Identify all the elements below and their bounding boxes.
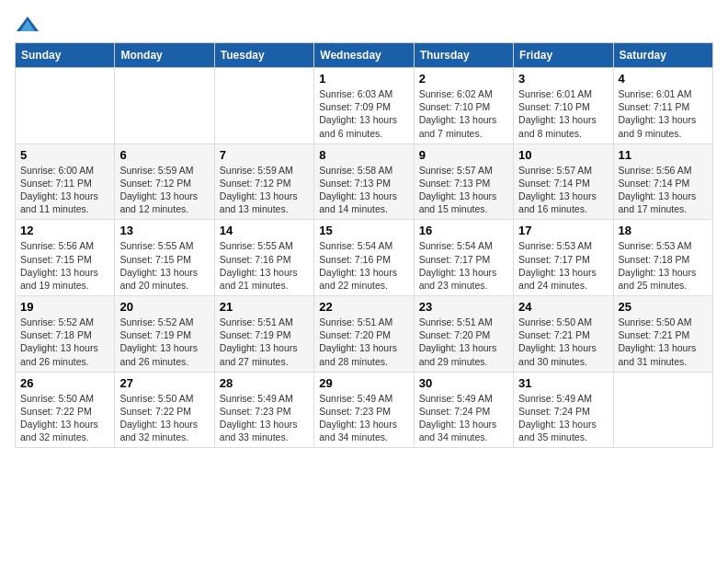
calendar-cell: 9Sunrise: 5:57 AMSunset: 7:13 PMDaylight… bbox=[414, 144, 513, 220]
page-header bbox=[15, 15, 713, 35]
day-info: Sunrise: 5:53 AMSunset: 7:18 PMDaylight:… bbox=[619, 239, 708, 292]
calendar-cell: 19Sunrise: 5:52 AMSunset: 7:18 PMDayligh… bbox=[16, 296, 115, 373]
weekday-header: Thursday bbox=[414, 43, 513, 68]
day-number: 27 bbox=[119, 376, 209, 390]
day-number: 2 bbox=[419, 72, 508, 86]
weekday-header: Saturday bbox=[613, 43, 712, 68]
calendar-cell: 27Sunrise: 5:50 AMSunset: 7:22 PMDayligh… bbox=[115, 372, 214, 448]
day-number: 30 bbox=[419, 376, 508, 390]
calendar-cell bbox=[613, 372, 712, 448]
day-info: Sunrise: 5:49 AMSunset: 7:23 PMDaylight:… bbox=[220, 392, 309, 444]
calendar-cell: 28Sunrise: 5:49 AMSunset: 7:23 PMDayligh… bbox=[214, 372, 313, 448]
day-info: Sunrise: 6:01 AMSunset: 7:11 PMDaylight:… bbox=[619, 87, 708, 140]
day-info: Sunrise: 6:01 AMSunset: 7:10 PMDaylight:… bbox=[518, 87, 608, 140]
calendar-cell: 10Sunrise: 5:57 AMSunset: 7:14 PMDayligh… bbox=[514, 144, 613, 220]
day-info: Sunrise: 5:52 AMSunset: 7:18 PMDaylight:… bbox=[20, 316, 109, 368]
day-number: 3 bbox=[518, 72, 608, 86]
calendar-cell: 2Sunrise: 6:02 AMSunset: 7:10 PMDaylight… bbox=[414, 68, 513, 144]
day-number: 16 bbox=[419, 224, 508, 237]
day-number: 20 bbox=[119, 300, 209, 314]
day-info: Sunrise: 5:59 AMSunset: 7:12 PMDaylight:… bbox=[119, 164, 209, 216]
calendar-cell: 31Sunrise: 5:49 AMSunset: 7:24 PMDayligh… bbox=[514, 372, 613, 448]
calendar-header-row: SundayMondayTuesdayWednesdayThursdayFrid… bbox=[16, 43, 713, 68]
day-info: Sunrise: 5:49 AMSunset: 7:24 PMDaylight:… bbox=[419, 392, 508, 444]
calendar-cell: 24Sunrise: 5:50 AMSunset: 7:21 PMDayligh… bbox=[514, 296, 613, 373]
calendar-cell: 25Sunrise: 5:50 AMSunset: 7:21 PMDayligh… bbox=[613, 296, 712, 373]
calendar-cell: 3Sunrise: 6:01 AMSunset: 7:10 PMDaylight… bbox=[514, 68, 613, 144]
day-number: 1 bbox=[319, 72, 408, 86]
calendar-cell: 16Sunrise: 5:54 AMSunset: 7:17 PMDayligh… bbox=[414, 220, 513, 296]
day-info: Sunrise: 5:56 AMSunset: 7:14 PMDaylight:… bbox=[619, 164, 708, 216]
weekday-header: Friday bbox=[514, 43, 613, 68]
calendar-cell: 6Sunrise: 5:59 AMSunset: 7:12 PMDaylight… bbox=[115, 144, 214, 220]
day-info: Sunrise: 5:51 AMSunset: 7:20 PMDaylight:… bbox=[319, 316, 408, 368]
day-number: 21 bbox=[220, 300, 309, 314]
day-number: 24 bbox=[518, 300, 608, 314]
calendar-week-row: 12Sunrise: 5:56 AMSunset: 7:15 PMDayligh… bbox=[16, 220, 713, 296]
calendar-cell: 17Sunrise: 5:53 AMSunset: 7:17 PMDayligh… bbox=[514, 220, 613, 296]
day-number: 13 bbox=[119, 224, 209, 237]
weekday-header: Monday bbox=[115, 43, 214, 68]
calendar-cell: 8Sunrise: 5:58 AMSunset: 7:13 PMDaylight… bbox=[314, 144, 414, 220]
calendar-cell: 14Sunrise: 5:55 AMSunset: 7:16 PMDayligh… bbox=[214, 220, 313, 296]
day-info: Sunrise: 5:50 AMSunset: 7:21 PMDaylight:… bbox=[619, 316, 708, 368]
day-number: 5 bbox=[20, 148, 109, 162]
calendar-week-row: 19Sunrise: 5:52 AMSunset: 7:18 PMDayligh… bbox=[16, 296, 713, 373]
day-number: 28 bbox=[220, 376, 309, 390]
calendar-cell: 30Sunrise: 5:49 AMSunset: 7:24 PMDayligh… bbox=[414, 372, 513, 448]
calendar-cell: 15Sunrise: 5:54 AMSunset: 7:16 PMDayligh… bbox=[314, 220, 414, 296]
day-number: 26 bbox=[20, 376, 109, 390]
calendar-cell bbox=[16, 68, 115, 144]
calendar-cell: 23Sunrise: 5:51 AMSunset: 7:20 PMDayligh… bbox=[414, 296, 513, 373]
day-info: Sunrise: 6:00 AMSunset: 7:11 PMDaylight:… bbox=[20, 164, 109, 216]
calendar-table: SundayMondayTuesdayWednesdayThursdayFrid… bbox=[15, 42, 713, 448]
day-number: 7 bbox=[220, 148, 309, 162]
day-info: Sunrise: 6:02 AMSunset: 7:10 PMDaylight:… bbox=[419, 87, 508, 140]
day-number: 12 bbox=[20, 224, 109, 237]
day-info: Sunrise: 5:49 AMSunset: 7:24 PMDaylight:… bbox=[518, 392, 608, 444]
calendar-cell: 12Sunrise: 5:56 AMSunset: 7:15 PMDayligh… bbox=[16, 220, 115, 296]
day-number: 19 bbox=[20, 300, 109, 314]
calendar-cell: 4Sunrise: 6:01 AMSunset: 7:11 PMDaylight… bbox=[613, 68, 712, 144]
day-info: Sunrise: 5:52 AMSunset: 7:19 PMDaylight:… bbox=[119, 316, 209, 368]
calendar-cell: 20Sunrise: 5:52 AMSunset: 7:19 PMDayligh… bbox=[115, 296, 214, 373]
day-info: Sunrise: 5:51 AMSunset: 7:19 PMDaylight:… bbox=[220, 316, 309, 368]
day-number: 18 bbox=[619, 224, 708, 237]
day-number: 4 bbox=[619, 72, 708, 86]
calendar-cell: 22Sunrise: 5:51 AMSunset: 7:20 PMDayligh… bbox=[314, 296, 414, 373]
day-number: 29 bbox=[319, 376, 408, 390]
day-number: 9 bbox=[419, 148, 508, 162]
day-number: 22 bbox=[319, 300, 408, 314]
day-number: 23 bbox=[419, 300, 508, 314]
day-info: Sunrise: 5:51 AMSunset: 7:20 PMDaylight:… bbox=[419, 316, 508, 368]
day-info: Sunrise: 5:54 AMSunset: 7:17 PMDaylight:… bbox=[419, 239, 508, 292]
day-number: 11 bbox=[619, 148, 708, 162]
day-info: Sunrise: 5:57 AMSunset: 7:13 PMDaylight:… bbox=[419, 164, 508, 216]
day-number: 25 bbox=[619, 300, 708, 314]
day-info: Sunrise: 5:57 AMSunset: 7:14 PMDaylight:… bbox=[518, 164, 608, 216]
day-info: Sunrise: 5:53 AMSunset: 7:17 PMDaylight:… bbox=[518, 239, 608, 292]
day-info: Sunrise: 5:56 AMSunset: 7:15 PMDaylight:… bbox=[20, 239, 109, 292]
weekday-header: Tuesday bbox=[214, 43, 313, 68]
day-number: 8 bbox=[319, 148, 408, 162]
calendar-cell: 21Sunrise: 5:51 AMSunset: 7:19 PMDayligh… bbox=[214, 296, 313, 373]
day-info: Sunrise: 5:55 AMSunset: 7:16 PMDaylight:… bbox=[220, 239, 309, 292]
calendar-cell: 1Sunrise: 6:03 AMSunset: 7:09 PMDaylight… bbox=[314, 68, 414, 144]
calendar-cell: 11Sunrise: 5:56 AMSunset: 7:14 PMDayligh… bbox=[613, 144, 712, 220]
logo bbox=[15, 15, 44, 35]
weekday-header: Wednesday bbox=[314, 43, 414, 68]
day-info: Sunrise: 5:54 AMSunset: 7:16 PMDaylight:… bbox=[319, 239, 408, 292]
day-info: Sunrise: 5:58 AMSunset: 7:13 PMDaylight:… bbox=[319, 164, 408, 216]
day-number: 6 bbox=[119, 148, 209, 162]
day-info: Sunrise: 5:50 AMSunset: 7:22 PMDaylight:… bbox=[20, 392, 109, 444]
calendar-week-row: 26Sunrise: 5:50 AMSunset: 7:22 PMDayligh… bbox=[16, 372, 713, 448]
calendar-cell: 18Sunrise: 5:53 AMSunset: 7:18 PMDayligh… bbox=[613, 220, 712, 296]
calendar-cell: 13Sunrise: 5:55 AMSunset: 7:15 PMDayligh… bbox=[115, 220, 214, 296]
calendar-cell: 26Sunrise: 5:50 AMSunset: 7:22 PMDayligh… bbox=[16, 372, 115, 448]
weekday-header: Sunday bbox=[16, 43, 115, 68]
calendar-cell: 7Sunrise: 5:59 AMSunset: 7:12 PMDaylight… bbox=[214, 144, 313, 220]
day-info: Sunrise: 5:55 AMSunset: 7:15 PMDaylight:… bbox=[119, 239, 209, 292]
calendar-cell bbox=[214, 68, 313, 144]
logo-icon bbox=[15, 15, 40, 35]
day-number: 14 bbox=[220, 224, 309, 237]
